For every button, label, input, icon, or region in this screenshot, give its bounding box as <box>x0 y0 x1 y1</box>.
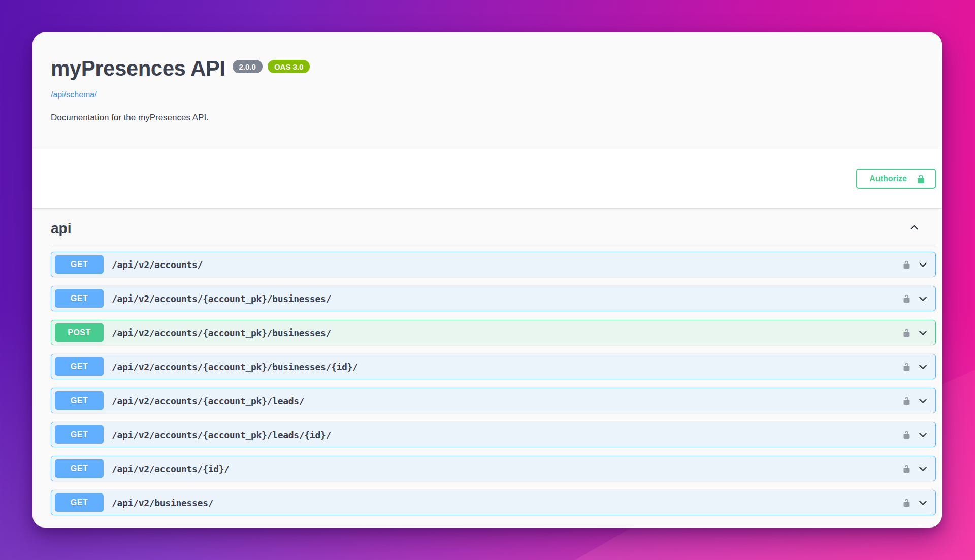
oas-badge: OAS 3.0 <box>268 60 310 73</box>
api-tag-header[interactable]: api <box>51 208 936 245</box>
unlock-icon <box>916 174 926 184</box>
chevron-up-icon[interactable] <box>908 222 920 235</box>
endpoint-row[interactable]: GET /api/v2/businesses/ <box>51 490 936 515</box>
authorize-label: Authorize <box>869 174 907 183</box>
lock-icon[interactable] <box>902 499 911 507</box>
method-badge: GET <box>55 459 104 478</box>
chevron-down-icon[interactable] <box>918 293 928 304</box>
row-icons <box>902 396 928 406</box>
endpoint-row[interactable]: POST /api/v2/accounts/{account_pk}/busin… <box>51 320 936 345</box>
method-badge: POST <box>55 323 104 342</box>
endpoint-row[interactable]: GET /api/v2/accounts/{account_pk}/leads/ <box>51 388 936 413</box>
chevron-down-icon[interactable] <box>918 464 928 474</box>
scheme-container: Authorize <box>32 149 942 208</box>
endpoint-path: /api/v2/accounts/{account_pk}/businesses… <box>112 361 358 372</box>
endpoint-list: GET /api/v2/accounts/ GET /api/v2/accoun… <box>51 245 936 515</box>
chevron-down-icon[interactable] <box>918 259 928 270</box>
row-icons <box>902 498 928 508</box>
endpoint-path: /api/v2/accounts/ <box>112 259 203 270</box>
lock-icon[interactable] <box>902 363 911 371</box>
lock-icon[interactable] <box>902 328 911 337</box>
chevron-down-icon[interactable] <box>918 396 928 406</box>
method-badge: GET <box>55 357 104 376</box>
endpoint-path: /api/v2/accounts/{account_pk}/businesses… <box>112 293 331 304</box>
endpoint-row[interactable]: GET /api/v2/accounts/{account_pk}/busine… <box>51 286 936 311</box>
row-icons <box>902 464 928 474</box>
method-badge: GET <box>55 255 104 274</box>
row-icons <box>902 259 928 270</box>
method-badge: GET <box>55 289 104 308</box>
schema-link[interactable]: /api/schema/ <box>51 90 97 100</box>
api-info-section: myPresences API 2.0.0 OAS 3.0 /api/schem… <box>32 32 942 149</box>
endpoint-row[interactable]: GET /api/v2/accounts/{account_pk}/leads/… <box>51 422 936 447</box>
chevron-down-icon[interactable] <box>918 327 928 338</box>
endpoint-path: /api/v2/accounts/{account_pk}/businesses… <box>112 327 331 338</box>
lock-icon[interactable] <box>902 260 911 269</box>
lock-icon[interactable] <box>902 465 911 473</box>
chevron-down-icon[interactable] <box>918 361 928 372</box>
lock-icon[interactable] <box>902 431 911 439</box>
chevron-down-icon[interactable] <box>918 430 928 440</box>
page-title: myPresences API <box>51 58 225 79</box>
api-description: Documentation for the myPresences API. <box>51 113 922 123</box>
authorize-button[interactable]: Authorize <box>856 169 936 189</box>
method-badge: GET <box>55 391 104 410</box>
row-icons <box>902 361 928 372</box>
lock-icon[interactable] <box>902 397 911 405</box>
chevron-down-icon[interactable] <box>918 498 928 508</box>
row-icons <box>902 293 928 304</box>
endpoint-path: /api/v2/businesses/ <box>112 498 213 508</box>
endpoint-path: /api/v2/accounts/{account_pk}/leads/{id}… <box>112 430 331 440</box>
endpoint-row[interactable]: GET /api/v2/accounts/ <box>51 252 936 277</box>
title-row: myPresences API 2.0.0 OAS 3.0 <box>51 58 922 79</box>
row-icons <box>902 430 928 440</box>
endpoint-path: /api/v2/accounts/{id}/ <box>112 464 230 474</box>
operations-section: api GET /api/v2/accounts/ GET <box>32 208 942 515</box>
endpoint-path: /api/v2/accounts/{account_pk}/leads/ <box>112 396 304 406</box>
method-badge: GET <box>55 425 104 444</box>
row-icons <box>902 327 928 338</box>
lock-icon[interactable] <box>902 294 911 303</box>
tag-title: api <box>51 220 71 237</box>
swagger-ui-panel: myPresences API 2.0.0 OAS 3.0 /api/schem… <box>32 32 942 528</box>
method-badge: GET <box>55 493 104 512</box>
endpoint-row[interactable]: GET /api/v2/accounts/{id}/ <box>51 456 936 481</box>
endpoint-row[interactable]: GET /api/v2/accounts/{account_pk}/busine… <box>51 354 936 379</box>
version-badge: 2.0.0 <box>233 60 263 73</box>
